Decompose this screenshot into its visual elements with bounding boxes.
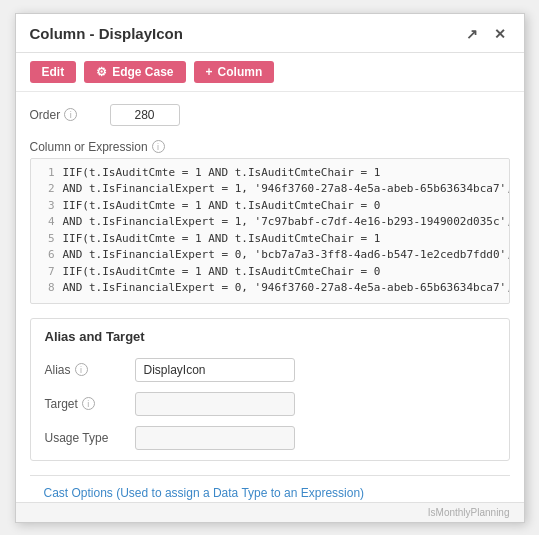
line-number: 1 [39, 165, 55, 182]
alias-info-icon[interactable]: i [75, 363, 88, 376]
alias-label: Alias i [45, 363, 125, 377]
line-content: AND t.IsFinancialExpert = 1, '7c97babf-c… [63, 214, 509, 231]
modal-header: Column - DisplayIcon ↗ ✕ [16, 14, 524, 53]
usage-type-input[interactable] [135, 426, 295, 450]
modal-footer: IsMonthlyPlanning [16, 502, 524, 522]
expression-info-icon[interactable]: i [152, 140, 165, 153]
settings-icon: ⚙ [96, 65, 107, 79]
order-label: Order i [30, 108, 100, 122]
code-line: 7IIF(t.IsAuditCmte = 1 AND t.IsAuditCmte… [31, 264, 509, 281]
code-line: 5IIF(t.IsAuditCmte = 1 AND t.IsAuditCmte… [31, 231, 509, 248]
line-number: 6 [39, 247, 55, 264]
plus-icon: + [206, 65, 213, 79]
code-line: 1IIF(t.IsAuditCmte = 1 AND t.IsAuditCmte… [31, 165, 509, 182]
line-content: IIF(t.IsAuditCmte = 1 AND t.IsAuditCmteC… [63, 231, 381, 248]
alias-target-title: Alias and Target [45, 329, 495, 344]
code-scroll[interactable]: 1IIF(t.IsAuditCmte = 1 AND t.IsAuditCmte… [31, 159, 509, 303]
column-label: Column [218, 65, 263, 79]
edge-case-button[interactable]: ⚙ Edge Case [84, 61, 185, 83]
toolbar: Edit ⚙ Edge Case + Column [16, 53, 524, 92]
code-line: 2AND t.IsFinancialExpert = 1, '946f3760-… [31, 181, 509, 198]
code-line: 4AND t.IsFinancialExpert = 1, '7c97babf-… [31, 214, 509, 231]
expression-label: Column or Expression i [30, 140, 510, 154]
target-input[interactable] [135, 392, 295, 416]
modal-title: Column - DisplayIcon [30, 25, 183, 42]
usage-type-row: Usage Type [45, 426, 495, 450]
edit-label: Edit [42, 65, 65, 79]
line-content: AND t.IsFinancialExpert = 0, 'bcb7a7a3-3… [63, 247, 509, 264]
add-column-button[interactable]: + Column [194, 61, 275, 83]
code-line: 3IIF(t.IsAuditCmte = 1 AND t.IsAuditCmte… [31, 198, 509, 215]
order-input[interactable] [110, 104, 180, 126]
cast-options-row[interactable]: Cast Options (Used to assign a Data Type… [30, 475, 510, 502]
expression-section: Column or Expression i 1IIF(t.IsAuditCmt… [30, 140, 510, 304]
code-container: 1IIF(t.IsAuditCmte = 1 AND t.IsAuditCmte… [30, 158, 510, 304]
order-info-icon[interactable]: i [64, 108, 77, 121]
usage-type-label: Usage Type [45, 431, 125, 445]
close-icon[interactable]: ✕ [490, 24, 510, 44]
line-number: 4 [39, 214, 55, 231]
line-content: IIF(t.IsAuditCmte = 1 AND t.IsAuditCmteC… [63, 198, 381, 215]
line-number: 8 [39, 280, 55, 297]
line-number: 2 [39, 181, 55, 198]
target-row: Target i [45, 392, 495, 416]
modal-body: Order i Column or Expression i 1IIF(t.Is… [16, 92, 524, 502]
target-info-icon[interactable]: i [82, 397, 95, 410]
line-content: IIF(t.IsAuditCmte = 1 AND t.IsAuditCmteC… [63, 264, 381, 281]
alias-target-section: Alias and Target Alias i Target i Usage … [30, 318, 510, 461]
code-lines: 1IIF(t.IsAuditCmte = 1 AND t.IsAuditCmte… [31, 159, 509, 303]
code-line: 8AND t.IsFinancialExpert = 0, '946f3760-… [31, 280, 509, 297]
order-row: Order i [30, 104, 510, 126]
expand-icon[interactable]: ↗ [462, 24, 482, 44]
edit-button[interactable]: Edit [30, 61, 77, 83]
cast-options-label: Cast Options (Used to assign a Data Type… [44, 486, 365, 500]
line-number: 7 [39, 264, 55, 281]
line-content: AND t.IsFinancialExpert = 1, '946f3760-2… [63, 181, 509, 198]
line-number: 3 [39, 198, 55, 215]
alias-row: Alias i [45, 358, 495, 382]
line-content: IIF(t.IsAuditCmte = 1 AND t.IsAuditCmteC… [63, 165, 381, 182]
line-number: 5 [39, 231, 55, 248]
footer-text: IsMonthlyPlanning [428, 507, 510, 518]
alias-input[interactable] [135, 358, 295, 382]
edge-case-label: Edge Case [112, 65, 173, 79]
modal-container: Column - DisplayIcon ↗ ✕ Edit ⚙ Edge Cas… [15, 13, 525, 523]
target-label: Target i [45, 397, 125, 411]
line-content: AND t.IsFinancialExpert = 0, '946f3760-2… [63, 280, 509, 297]
code-line: 6AND t.IsFinancialExpert = 0, 'bcb7a7a3-… [31, 247, 509, 264]
header-icons: ↗ ✕ [462, 24, 510, 44]
